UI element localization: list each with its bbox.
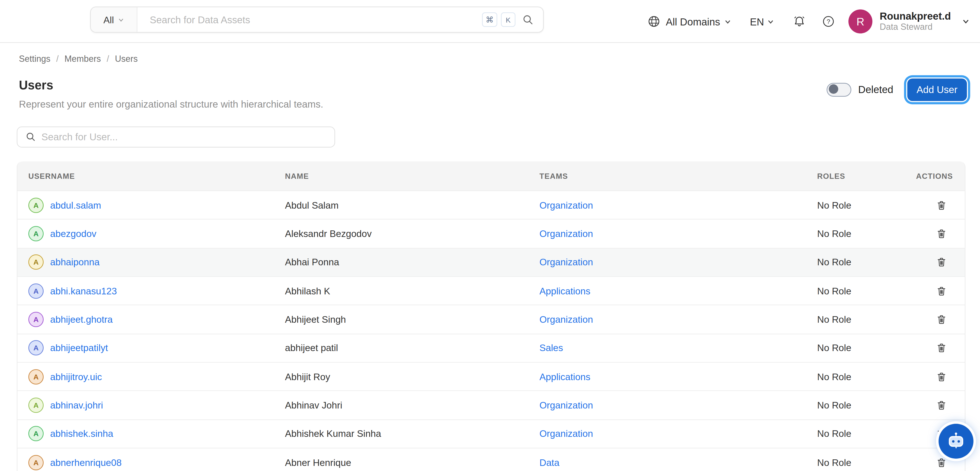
trash-icon[interactable] [935, 256, 947, 269]
row-avatar: A [29, 341, 44, 356]
user-fullname: Abhilash K [285, 285, 539, 296]
username-link[interactable]: abhishek.sinha [50, 428, 113, 439]
username-link[interactable]: abhijeetpatilyt [50, 342, 108, 353]
team-link[interactable]: Organization [539, 200, 593, 210]
trash-icon[interactable] [935, 199, 947, 211]
table-row: A abhinav.johri Abhinav Johri Organizati… [18, 391, 965, 419]
user-fullname: Abdul Salam [285, 200, 539, 210]
role-text: No Role [817, 200, 916, 210]
user-fullname: Abhishek Kumar Sinha [285, 428, 539, 439]
user-fullname: Aleksandr Bezgodov [285, 228, 539, 239]
trash-icon[interactable] [935, 399, 947, 411]
username-link[interactable]: abezgodov [50, 228, 97, 239]
row-avatar: A [29, 369, 44, 384]
user-fullname: Abner Henrique [285, 457, 539, 468]
help-icon: ? [821, 14, 835, 29]
team-link[interactable]: Organization [539, 228, 593, 239]
trash-icon[interactable] [935, 371, 947, 383]
user-menu[interactable]: R Rounakpreet.d Data Steward [848, 10, 970, 33]
breadcrumb-users[interactable]: Users [115, 54, 138, 64]
row-avatar: A [29, 426, 44, 441]
domains-dropdown[interactable]: All Domains [647, 14, 731, 29]
deleted-toggle[interactable] [827, 83, 851, 96]
table-row: A abdul.salam Abdul Salam Organization N… [18, 191, 965, 219]
table-row: A abezgodov Aleksandr Bezgodov Organizat… [18, 219, 965, 248]
team-link[interactable]: Sales [539, 342, 563, 353]
user-fullname: Abhijit Roy [285, 371, 539, 382]
table-row: A abhijeet.ghotra Abhijeet Singh Organiz… [18, 305, 965, 333]
command-key-badge: ⌘ [482, 12, 497, 27]
chat-assistant-button[interactable] [939, 424, 974, 459]
trash-icon[interactable] [935, 228, 947, 240]
user-fullname: Abhinav Johri [285, 400, 539, 411]
trash-icon[interactable] [935, 456, 947, 469]
username-link[interactable]: abhijitroy.uic [50, 371, 102, 382]
add-user-button[interactable]: Add User [907, 78, 967, 101]
username-link[interactable]: abhinav.johri [50, 400, 103, 411]
breadcrumb: Settings / Members / Users [19, 54, 138, 64]
breadcrumb-separator: / [107, 54, 109, 64]
table-row: A abhijeetpatilyt abhijeet patil Sales N… [18, 333, 965, 362]
user-search-input[interactable] [37, 132, 334, 142]
table-row: A abhi.kanasu123 Abhilash K Applications… [18, 276, 965, 305]
notifications-button[interactable] [792, 14, 806, 29]
user-fullname: Abhai Ponna [285, 257, 539, 268]
trash-icon[interactable] [935, 285, 947, 297]
search-icon [25, 132, 37, 142]
bell-icon [792, 14, 806, 29]
user-role-label: Data Steward [880, 22, 951, 32]
avatar-letter: A [33, 258, 39, 266]
role-text: No Role [817, 400, 916, 411]
breadcrumb-settings[interactable]: Settings [19, 54, 50, 64]
page-subtitle: Represent your entire organizational str… [19, 99, 323, 110]
chevron-down-icon [962, 18, 970, 25]
shortcut-hint: ⌘ K [482, 7, 543, 32]
table-row: A abhaiponna Abhai Ponna Organization No… [18, 248, 965, 276]
username-link[interactable]: abdul.salam [50, 200, 101, 210]
toggle-knob [829, 84, 838, 94]
col-actions: ACTIONS [916, 172, 966, 180]
help-button[interactable]: ? [821, 14, 835, 29]
role-text: No Role [817, 257, 916, 268]
team-link[interactable]: Organization [539, 428, 593, 439]
team-link[interactable]: Organization [539, 400, 593, 411]
breadcrumb-members[interactable]: Members [64, 54, 101, 64]
username-link[interactable]: abhaiponna [50, 257, 100, 268]
row-avatar: A [29, 283, 44, 299]
avatar-letter: A [33, 372, 39, 380]
role-text: No Role [817, 285, 916, 296]
search-scope-dropdown[interactable]: All [91, 7, 137, 32]
chevron-down-icon [724, 18, 731, 25]
search-icon[interactable] [522, 14, 535, 26]
team-link[interactable]: Organization [539, 314, 593, 325]
user-info: Rounakpreet.d Data Steward [880, 10, 951, 33]
row-avatar: A [29, 226, 44, 241]
svg-text:?: ? [827, 18, 830, 25]
language-dropdown[interactable]: EN [750, 16, 774, 27]
team-link[interactable]: Applications [539, 285, 590, 296]
team-link[interactable]: Applications [539, 371, 590, 382]
table-row: A abhishek.sinha Abhishek Kumar Sinha Or… [18, 419, 965, 448]
global-search-bar[interactable]: All ⌘ K [90, 6, 544, 33]
global-search-input[interactable] [137, 7, 482, 32]
trash-icon[interactable] [935, 342, 947, 354]
top-bar: All ⌘ K All Domains EN [0, 0, 980, 43]
username-link[interactable]: abhijeet.ghotra [50, 314, 113, 325]
globe-icon [647, 14, 660, 29]
deleted-toggle-label: Deleted [858, 84, 893, 95]
team-link[interactable]: Data [539, 457, 559, 468]
role-text: No Role [817, 371, 916, 382]
team-link[interactable]: Organization [539, 257, 593, 268]
avatar-letter: A [33, 201, 39, 209]
col-username: USERNAME [18, 172, 285, 180]
k-key-badge: K [501, 12, 515, 27]
avatar-letter: A [33, 230, 39, 238]
page-title: Users [19, 78, 53, 93]
username-link[interactable]: abnerhenrique08 [50, 457, 122, 468]
search-scope-value: All [103, 14, 114, 25]
user-search-bar[interactable] [17, 126, 335, 148]
username-link[interactable]: abhi.kanasu123 [50, 285, 117, 296]
trash-icon[interactable] [935, 313, 947, 326]
col-roles: ROLES [817, 172, 916, 180]
top-bar-right: All Domains EN ? R Rounakpreet.d Data St… [647, 0, 970, 43]
